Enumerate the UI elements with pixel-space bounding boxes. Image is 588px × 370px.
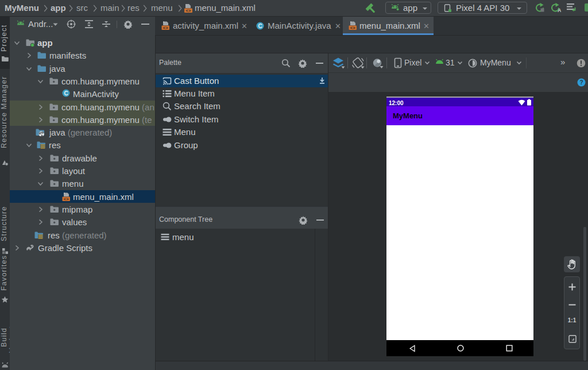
svg-text:<>: <> [186, 8, 191, 13]
svg-text:?: ? [579, 79, 583, 86]
svg-text:A: A [558, 7, 561, 13]
